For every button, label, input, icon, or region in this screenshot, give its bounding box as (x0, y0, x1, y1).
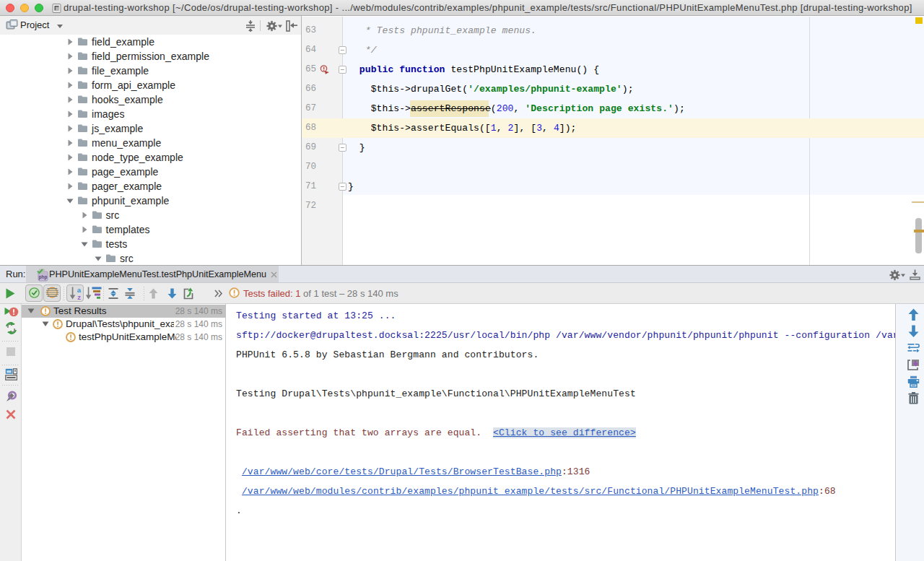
svg-text:z: z (77, 293, 81, 300)
svg-text:php: php (39, 274, 48, 280)
